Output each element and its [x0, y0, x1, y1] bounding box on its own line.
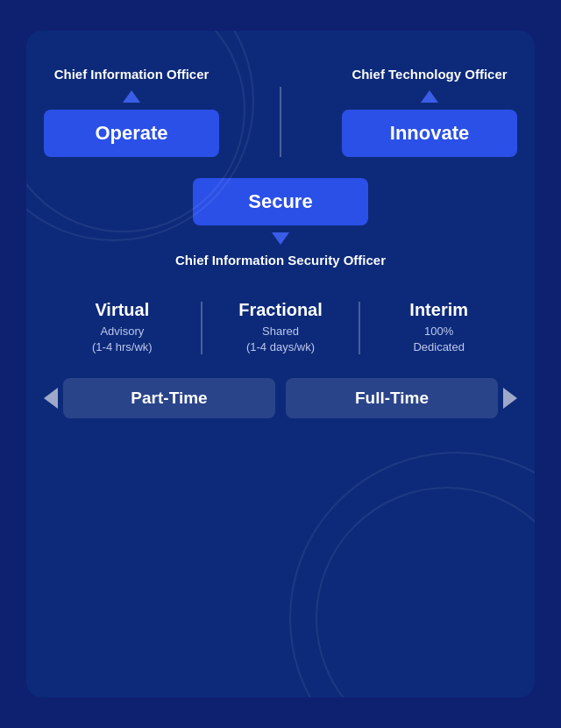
interim-item: Interim 100% Dedicated [360, 300, 517, 355]
secure-section: Secure Chief Information Security Office… [175, 178, 386, 269]
top-vertical-divider [280, 87, 281, 157]
fractional-title: Fractional [238, 300, 323, 320]
operate-arrow-up [123, 90, 140, 103]
innovate-button[interactable]: Innovate [342, 110, 517, 157]
service-row: Virtual Advisory (1-4 hrs/wk) Fractional… [44, 300, 517, 355]
virtual-item: Virtual Advisory (1-4 hrs/wk) [44, 300, 201, 355]
next-arrow-icon[interactable] [503, 388, 517, 409]
bg-decoration-3 [289, 452, 535, 697]
interim-sub: 100% Dedicated [413, 324, 465, 355]
fractional-item: Fractional Shared (1-4 days/wk) [202, 300, 359, 355]
cto-label: Chief Technology Officer [352, 66, 507, 83]
innovate-group: Chief Technology Officer Innovate [342, 66, 517, 157]
bg-decoration-4 [316, 487, 535, 697]
virtual-sub: Advisory (1-4 hrs/wk) [92, 324, 153, 355]
prev-arrow-icon[interactable] [44, 388, 58, 409]
ciso-label: Chief Information Security Officer [175, 252, 386, 269]
fractional-sub: Shared (1-4 days/wk) [246, 324, 315, 355]
top-row: Chief Information Officer Operate Chief … [44, 66, 517, 157]
innovate-arrow-up [421, 90, 438, 103]
secure-button[interactable]: Secure [193, 178, 368, 225]
operate-button[interactable]: Operate [44, 110, 219, 157]
time-row: Part-Time Full-Time [44, 378, 517, 418]
bottom-section: Virtual Advisory (1-4 hrs/wk) Fractional… [44, 300, 517, 418]
full-time-button[interactable]: Full-Time [286, 378, 498, 418]
operate-group: Chief Information Officer Operate [44, 66, 219, 157]
part-time-button[interactable]: Part-Time [63, 378, 275, 418]
main-container: Chief Information Officer Operate Chief … [26, 31, 535, 697]
secure-arrow-down [272, 232, 289, 245]
virtual-title: Virtual [95, 300, 149, 320]
cio-label: Chief Information Officer [54, 66, 209, 83]
interim-title: Interim [409, 300, 468, 320]
